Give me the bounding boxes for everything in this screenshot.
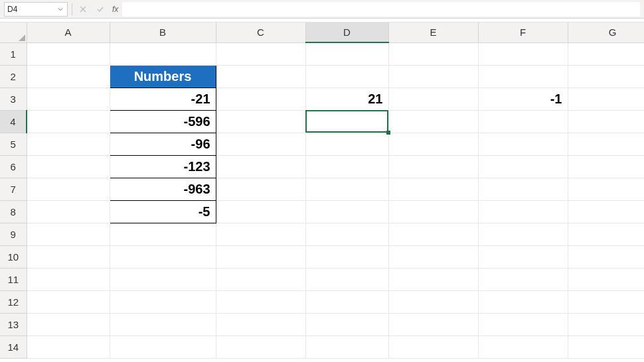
row-header-7[interactable]: 7 [0,178,27,200]
cell-G1[interactable] [568,42,644,65]
col-header-E[interactable]: E [388,23,478,42]
cell-C4[interactable] [216,110,305,133]
name-box[interactable]: D4 [4,2,68,17]
row-header-5[interactable]: 5 [0,133,27,155]
cell-D3[interactable]: 21 [305,88,388,110]
cell-B14[interactable] [110,335,216,358]
col-header-F[interactable]: F [478,23,568,42]
cell-B11[interactable] [110,268,216,290]
cell-E8[interactable] [388,200,478,223]
cell-D5[interactable] [305,133,388,155]
cell-A11[interactable] [27,268,110,290]
cell-G8[interactable] [568,200,644,223]
cell-A6[interactable] [27,155,110,178]
cell-G13[interactable] [568,313,644,335]
row-header-9[interactable]: 9 [0,223,27,245]
cell-F13[interactable] [478,313,568,335]
cell-D14[interactable] [305,335,388,358]
row-header-6[interactable]: 6 [0,155,27,178]
row-header-1[interactable]: 1 [0,42,27,65]
cell-F3[interactable]: -1 [478,88,568,110]
cell-A3[interactable] [27,88,110,110]
cell-C2[interactable] [216,65,305,88]
cell-C12[interactable] [216,290,305,313]
cell-G10[interactable] [568,245,644,268]
cell-D10[interactable] [305,245,388,268]
cell-C13[interactable] [216,313,305,335]
cell-G6[interactable] [568,155,644,178]
cell-F5[interactable] [478,133,568,155]
cell-A12[interactable] [27,290,110,313]
cell-G9[interactable] [568,223,644,245]
cell-B12[interactable] [110,290,216,313]
cell-D7[interactable] [305,178,388,200]
cell-C14[interactable] [216,335,305,358]
cell-F4[interactable] [478,110,568,133]
cell-E13[interactable] [388,313,478,335]
cell-G2[interactable] [568,65,644,88]
cell-F10[interactable] [478,245,568,268]
cell-G5[interactable] [568,133,644,155]
cell-E9[interactable] [388,223,478,245]
cell-E12[interactable] [388,290,478,313]
cell-B3[interactable]: -21 [110,88,216,110]
cell-E7[interactable] [388,178,478,200]
cell-E4[interactable] [388,110,478,133]
cell-B2[interactable]: Numbers [110,65,216,88]
row-header-14[interactable]: 14 [0,335,27,358]
cell-A10[interactable] [27,245,110,268]
chevron-down-icon[interactable] [56,5,64,13]
cell-C7[interactable] [216,178,305,200]
row-header-11[interactable]: 11 [0,268,27,290]
cell-E1[interactable] [388,42,478,65]
col-header-A[interactable]: A [27,23,110,42]
cell-C6[interactable] [216,155,305,178]
cell-D8[interactable] [305,200,388,223]
cell-E6[interactable] [388,155,478,178]
row-header-10[interactable]: 10 [0,245,27,268]
col-header-C[interactable]: C [216,23,305,42]
row-header-12[interactable]: 12 [0,290,27,313]
cell-A2[interactable] [27,65,110,88]
cell-A4[interactable] [27,110,110,133]
row-header-2[interactable]: 2 [0,65,27,88]
cell-D9[interactable] [305,223,388,245]
row-header-13[interactable]: 13 [0,313,27,335]
cell-E5[interactable] [388,133,478,155]
cell-C11[interactable] [216,268,305,290]
cell-G11[interactable] [568,268,644,290]
formula-input[interactable] [122,2,640,17]
cell-F8[interactable] [478,200,568,223]
cell-B4[interactable]: -596 [110,110,216,133]
spreadsheet-grid[interactable]: A B C D E F G 1 2 Numbers [0,23,644,362]
cell-A5[interactable] [27,133,110,155]
cell-C3[interactable] [216,88,305,110]
cell-C8[interactable] [216,200,305,223]
col-header-D[interactable]: D [305,23,388,42]
cell-D1[interactable] [305,42,388,65]
cell-D2[interactable] [305,65,388,88]
cell-C1[interactable] [216,42,305,65]
cell-G12[interactable] [568,290,644,313]
cell-E10[interactable] [388,245,478,268]
cell-A13[interactable] [27,313,110,335]
fx-label[interactable]: fx [112,5,118,14]
cell-F2[interactable] [478,65,568,88]
cell-B6[interactable]: -123 [110,155,216,178]
cell-D4[interactable] [305,110,388,133]
row-header-3[interactable]: 3 [0,88,27,110]
cell-A1[interactable] [27,42,110,65]
cell-F12[interactable] [478,290,568,313]
cell-F6[interactable] [478,155,568,178]
cell-A14[interactable] [27,335,110,358]
col-header-G[interactable]: G [568,23,644,42]
cell-B1[interactable] [110,42,216,65]
cell-F14[interactable] [478,335,568,358]
cell-F1[interactable] [478,42,568,65]
col-header-B[interactable]: B [110,23,216,42]
cell-B7[interactable]: -963 [110,178,216,200]
cell-D11[interactable] [305,268,388,290]
cell-C10[interactable] [216,245,305,268]
cell-E11[interactable] [388,268,478,290]
cell-B13[interactable] [110,313,216,335]
